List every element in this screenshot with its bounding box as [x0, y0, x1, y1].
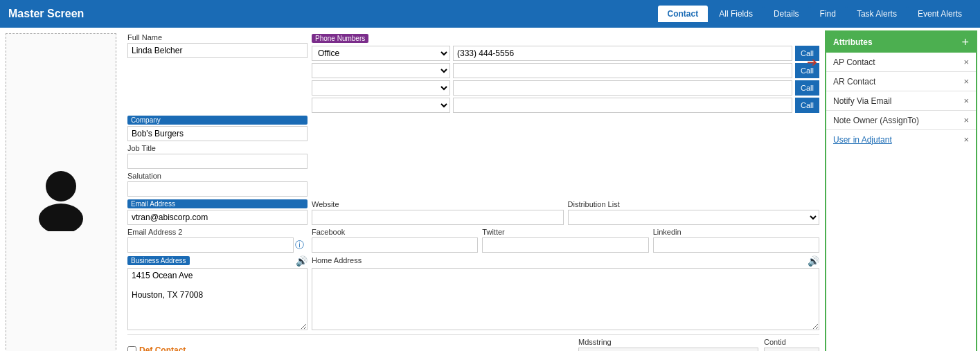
- mdsstring-input[interactable]: [578, 348, 758, 351]
- attribute-label-notify-via-email: Notify Via Email: [833, 96, 891, 106]
- facebook-input[interactable]: [312, 237, 478, 253]
- phone-row-4: Office Mobile Call: [312, 98, 819, 113]
- attribute-remove-notify-via-email[interactable]: ×: [963, 96, 969, 106]
- contid-input[interactable]: [764, 348, 819, 351]
- def-contact-group: Def Contact: [127, 345, 186, 351]
- attributes-panel: Attributes + ➔ AP Contact × AR Contact ×…: [825, 30, 977, 351]
- phone-number-1[interactable]: [453, 46, 792, 61]
- email-input[interactable]: [127, 210, 308, 225]
- row-job-title: Job Title: [127, 144, 819, 169]
- twitter-group: Twitter: [482, 228, 648, 253]
- home-address-textarea[interactable]: [312, 268, 819, 330]
- job-title-label: Job Title: [127, 144, 308, 152]
- full-name-input[interactable]: [127, 43, 308, 58]
- contid-group: Contid: [764, 338, 819, 351]
- distribution-list-group: Distribution List: [568, 200, 820, 225]
- facebook-group: Facebook: [312, 228, 478, 253]
- company-group: Company: [127, 116, 308, 141]
- call-btn-3[interactable]: Call: [795, 80, 819, 96]
- business-address-textarea[interactable]: 1415 Ocean Ave Houston, TX 77008: [127, 268, 308, 330]
- row-salutation: Salutation: [127, 172, 819, 197]
- phone-numbers-group: Phone Numbers Office Mobile Home Fax Oth…: [312, 33, 819, 113]
- tab-find[interactable]: Find: [810, 6, 846, 22]
- linkedin-label: Linkedin: [653, 228, 819, 236]
- company-badge: Company: [127, 116, 308, 125]
- attributes-header: Attributes +: [826, 32, 976, 53]
- mdsstring-group: Mdsstring: [578, 338, 758, 351]
- row-email2-social: Email Address 2 ⓘ Facebook Twitter Linke…: [127, 228, 819, 253]
- svg-point-0: [46, 171, 76, 201]
- email2-input[interactable]: [127, 237, 294, 253]
- phone-number-4[interactable]: [453, 98, 792, 113]
- row-addresses: Business Address 🔊 1415 Ocean Ave Housto…: [127, 255, 819, 330]
- job-title-input[interactable]: [127, 154, 308, 169]
- tab-details[interactable]: Details: [764, 6, 809, 22]
- attribute-item-notify-via-email: Notify Via Email ×: [826, 91, 976, 111]
- phone-type-3[interactable]: Office Mobile: [312, 80, 450, 96]
- app-title: Master Screen: [8, 8, 84, 20]
- phone-type-4[interactable]: Office Mobile: [312, 98, 450, 113]
- company-input[interactable]: [127, 126, 308, 141]
- attributes-title: Attributes: [833, 37, 873, 47]
- twitter-input[interactable]: [482, 237, 648, 253]
- tab-event-alerts[interactable]: Event Alerts: [908, 6, 972, 22]
- attribute-remove-ar-contact[interactable]: ×: [963, 76, 969, 87]
- phone-number-3[interactable]: [453, 80, 792, 96]
- arrow-indicator: ➔: [807, 55, 817, 70]
- tab-bar: Contact All Fields Details Find Task Ale…: [658, 6, 972, 22]
- full-name-label: Full Name: [127, 33, 308, 42]
- row-company: Company: [127, 116, 819, 141]
- salutation-input[interactable]: [127, 181, 308, 197]
- header: Master Screen Contact All Fields Details…: [0, 0, 980, 28]
- svg-point-1: [39, 204, 83, 231]
- attribute-item-user-in-adjutant: User in Adjutant ×: [826, 130, 976, 149]
- email2-group: Email Address 2 ⓘ: [127, 228, 308, 253]
- distribution-list-select[interactable]: [568, 210, 820, 225]
- row-name-phone: Full Name Phone Numbers Office Mobile Ho…: [127, 33, 819, 113]
- attribute-label-user-in-adjutant[interactable]: User in Adjutant: [833, 135, 892, 145]
- full-name-group: Full Name: [127, 33, 308, 113]
- mdsstring-label: Mdsstring: [578, 338, 758, 346]
- website-label: Website: [312, 200, 564, 208]
- facebook-label: Facebook: [312, 228, 478, 236]
- tab-all-fields[interactable]: All Fields: [709, 6, 763, 22]
- attribute-label-ar-contact: AR Contact: [833, 77, 875, 87]
- email2-label: Email Address 2: [127, 228, 308, 236]
- info-icon[interactable]: ⓘ: [295, 239, 304, 251]
- row-email-web: Email Address Website Distribution List: [127, 199, 819, 225]
- home-address-group: Home Address 🔊: [312, 255, 819, 330]
- phone-type-2[interactable]: Office Mobile: [312, 63, 450, 78]
- speaker-icon-business[interactable]: 🔊: [296, 255, 308, 267]
- email-badge: Email Address: [127, 199, 308, 208]
- tab-task-alerts[interactable]: Task Alerts: [847, 6, 907, 22]
- website-input[interactable]: [312, 210, 564, 225]
- bottom-fields: Mdsstring Contid: [578, 338, 819, 351]
- body: Full Name Phone Numbers Office Mobile Ho…: [0, 28, 980, 351]
- def-contact-checkbox[interactable]: [127, 346, 136, 352]
- home-address-label: Home Address: [312, 256, 362, 264]
- tab-contact[interactable]: Contact: [658, 6, 709, 22]
- bottom-row: Def Contact Mdsstring Contid: [127, 334, 819, 351]
- avatar: [26, 162, 96, 231]
- attribute-item-ar-contact: AR Contact ×: [826, 72, 976, 91]
- linkedin-input[interactable]: [653, 237, 819, 253]
- attributes-add-btn[interactable]: +: [961, 36, 969, 48]
- attribute-label-ap-contact: AP Contact: [833, 57, 875, 67]
- attribute-item-note-owner: Note Owner (AssignTo) ×: [826, 111, 976, 130]
- attribute-remove-ap-contact[interactable]: ×: [963, 57, 969, 67]
- attribute-label-note-owner: Note Owner (AssignTo): [833, 116, 919, 125]
- contid-label: Contid: [764, 338, 819, 346]
- app-wrapper: Master Screen Contact All Fields Details…: [0, 0, 980, 351]
- phone-type-1[interactable]: Office Mobile Home Fax Other: [312, 46, 450, 61]
- call-btn-4[interactable]: Call: [795, 98, 819, 113]
- attribute-remove-note-owner[interactable]: ×: [963, 115, 969, 125]
- speaker-icon-home[interactable]: 🔊: [808, 255, 819, 267]
- twitter-label: Twitter: [482, 228, 648, 236]
- phone-number-2[interactable]: [453, 63, 792, 78]
- attribute-remove-user-in-adjutant[interactable]: ×: [963, 134, 969, 145]
- salutation-group: Salutation: [127, 172, 308, 197]
- phone-row-1: Office Mobile Home Fax Other Call: [312, 46, 819, 61]
- salutation-label: Salutation: [127, 172, 308, 180]
- avatar-panel: [6, 33, 116, 351]
- email-group: Email Address: [127, 199, 308, 225]
